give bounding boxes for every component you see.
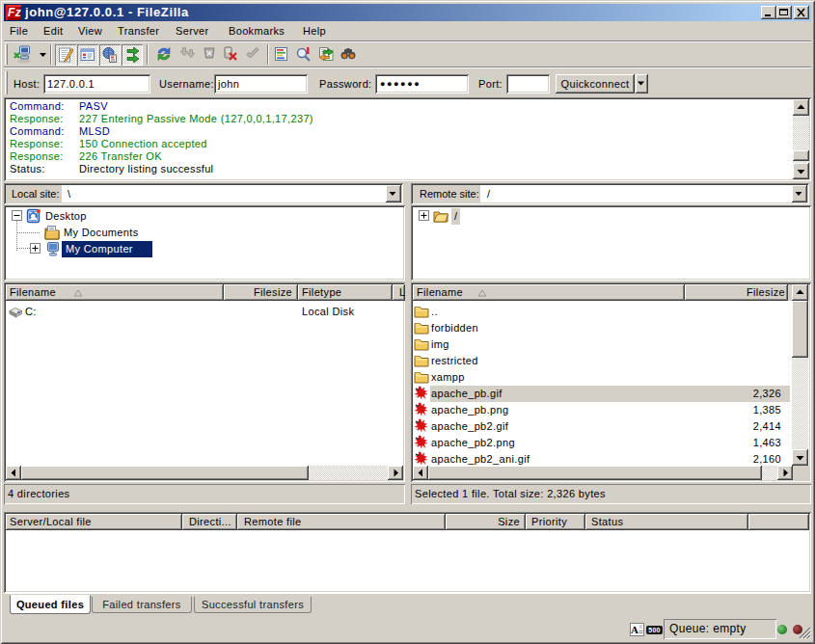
- svg-text:Fz: Fz: [8, 6, 21, 19]
- svg-text:A: A: [631, 624, 638, 635]
